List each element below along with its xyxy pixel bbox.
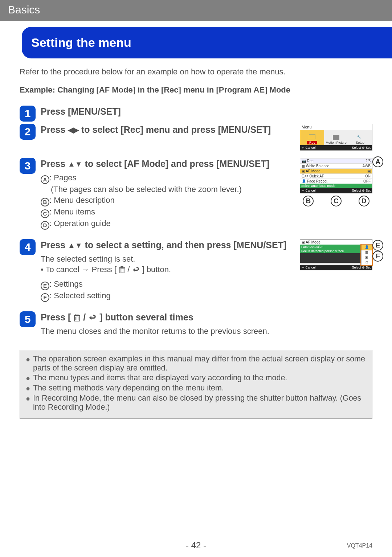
- step-3-title: Press ▲▼ to select [AF Mode] and press […: [41, 158, 293, 170]
- page-number: - 42 -: [0, 540, 392, 550]
- shot-title: Menu: [300, 124, 372, 130]
- step-2: 2 Press ◀▶ to select [Rec] menu and pres…: [20, 124, 293, 140]
- return-icon: [132, 267, 140, 274]
- right-arrow-icon: ▶: [73, 126, 79, 134]
- note-2: The menu types and items that are displa…: [33, 373, 287, 383]
- tab-setup: 🔧Setup: [348, 130, 372, 145]
- trash-icon: [119, 266, 125, 274]
- screenshot-rec-menu: A 📷 Rec2/5 ▦ White BalanceAWB ▣ AF Mode▣…: [300, 158, 372, 206]
- example-heading: Example: Changing [AF Mode] in the [Rec]…: [20, 85, 372, 95]
- step-number: 3: [20, 158, 36, 174]
- svg-rect-5: [121, 267, 123, 268]
- note-3: The setting methods vary depending on th…: [33, 384, 224, 393]
- step-2-title: Press ◀▶ to select [Rec] menu and press …: [41, 124, 293, 136]
- callout-d: D: [359, 196, 369, 206]
- callout-d-icon: D: [41, 221, 49, 230]
- notes-box: ●The operation screen examples in this m…: [20, 350, 372, 419]
- step-number: 5: [20, 311, 36, 327]
- page-title: Setting the menu: [22, 27, 392, 58]
- step-3-legend: A: Pages (The pages can also be selected…: [41, 172, 293, 230]
- document-id: VQT4P14: [347, 542, 372, 549]
- screenshot-af-mode: E F ▣ AF Mode Face Detection Focus detec…: [300, 239, 372, 270]
- note-4: In Recording Mode, the menu can also be …: [33, 394, 366, 412]
- callout-b-icon: B: [41, 198, 49, 206]
- callout-f-icon: F: [41, 293, 49, 302]
- down-arrow-icon: ▼: [75, 241, 82, 249]
- trash-icon: [73, 314, 81, 322]
- step-number: 1: [20, 106, 36, 122]
- down-arrow-icon: ▼: [75, 160, 82, 168]
- callout-c: C: [331, 196, 342, 206]
- up-arrow-icon: ▲: [68, 160, 75, 168]
- up-arrow-icon: ▲: [68, 241, 75, 249]
- step-number: 4: [20, 239, 36, 255]
- step-4-title: Press ▲▼ to select a setting, and then p…: [41, 239, 293, 251]
- step-5-title: Press [ / ] button several times: [41, 311, 372, 324]
- step-5-body: The menu closes and the monitor returns …: [41, 326, 372, 337]
- tab-rec: Rec: [300, 130, 324, 145]
- step-1: 1 Press [MENU/SET]: [20, 106, 372, 122]
- step-number: 2: [20, 124, 36, 140]
- callout-e: E: [372, 240, 383, 251]
- step-1-title: Press [MENU/SET]: [41, 106, 372, 118]
- intro-text: Refer to the procedure below for an exam…: [20, 67, 372, 77]
- return-icon: [88, 315, 97, 322]
- tab-motion-picture: Motion Picture: [324, 130, 348, 145]
- callout-e-icon: E: [41, 282, 49, 290]
- svg-rect-11: [76, 314, 78, 315]
- callout-b: B: [303, 196, 314, 206]
- callout-c-icon: C: [41, 209, 49, 218]
- section-header: Basics: [0, 0, 392, 21]
- step-3: 3 Press ▲▼ to select [AF Mode] and press…: [20, 158, 293, 230]
- callout-a: A: [372, 156, 383, 167]
- note-1: The operation screen examples in this ma…: [33, 355, 366, 373]
- step-5: 5 Press [ / ] button several times The m…: [20, 311, 372, 336]
- step-4-body: The selected setting is set. • To cancel…: [41, 254, 293, 302]
- step-4: 4 Press ▲▼ to select a setting, and then…: [20, 239, 293, 302]
- callout-a-icon: A: [41, 175, 49, 184]
- callout-f: F: [372, 251, 383, 262]
- screenshot-menu-tabs: Menu Rec Motion Picture 🔧Setup ↩ CancelS…: [300, 124, 372, 151]
- left-arrow-icon: ◀: [68, 126, 73, 134]
